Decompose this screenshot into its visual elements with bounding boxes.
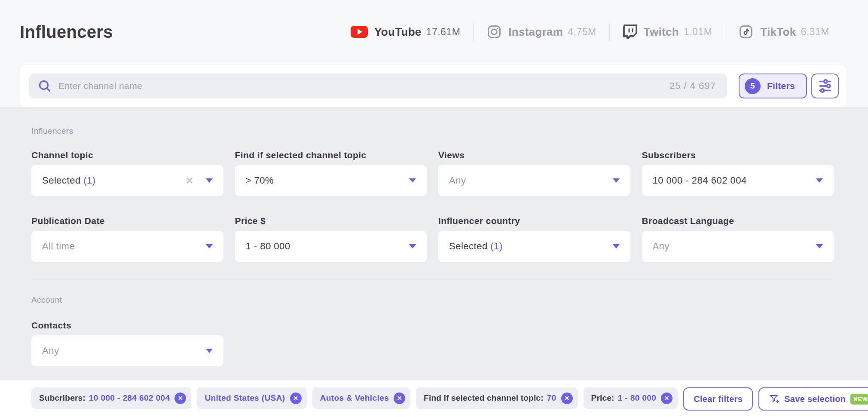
sliders-icon: [817, 78, 833, 94]
remove-filter-icon[interactable]: ✕: [561, 392, 573, 404]
search-box[interactable]: 25 / 4 697: [29, 74, 727, 98]
tab-tiktok[interactable]: TikTok 6.31M: [738, 24, 829, 40]
tiktok-icon: [738, 24, 754, 40]
divider: [473, 22, 474, 42]
chip-country: United States (USA) ✕: [197, 387, 306, 409]
influencer-country-select[interactable]: Selected (1): [438, 231, 630, 262]
chevron-down-icon: [613, 178, 620, 183]
filters-panel: Influencers Channel topic Selected (1) ✕…: [0, 107, 868, 380]
clear-filters-button[interactable]: Clear filters: [683, 387, 753, 411]
clear-icon[interactable]: ✕: [185, 176, 193, 186]
chip-price: Price: 1 - 80 000 ✕: [584, 387, 678, 409]
field-influencer-country: Influencer country Selected (1): [438, 216, 630, 262]
search-icon: [38, 79, 52, 93]
field-label: Price $: [235, 216, 427, 226]
views-select[interactable]: Any: [438, 165, 630, 196]
filters-button-label: Filters: [767, 81, 795, 91]
field-channel-topic: Channel topic Selected (1) ✕: [31, 150, 223, 196]
chip-topic: Autos & Vehicles ✕: [312, 387, 411, 409]
platform-count: 4.75M: [568, 26, 596, 38]
field-broadcast-language: Broadcast Language Any: [642, 216, 834, 262]
remove-filter-icon[interactable]: ✕: [661, 392, 672, 404]
filter-grid: Channel topic Selected (1) ✕ Find if sel…: [31, 150, 834, 262]
field-label: Find if selected channel topic: [235, 150, 427, 160]
header: Influencers YouTube 17.61M Instagram 4.7…: [20, 16, 829, 47]
section-influencers: Influencers: [31, 126, 834, 136]
platform-count: 6.31M: [801, 26, 829, 38]
chevron-down-icon: [613, 244, 620, 248]
search-card: 25 / 4 697 5 Filters: [20, 65, 847, 107]
filter-settings-button[interactable]: [811, 74, 839, 98]
contacts-select[interactable]: Any: [31, 335, 223, 366]
chip-subscribers: Subcribers: 10 000 - 284 602 004 ✕: [31, 387, 191, 409]
twitch-icon: [623, 25, 637, 39]
divider: [31, 281, 834, 281]
field-subscribers: Subscribers 10 000 - 284 602 004: [642, 150, 834, 196]
field-label: Publication Date: [31, 216, 223, 226]
field-label: Broadcast Language: [642, 216, 834, 226]
chevron-down-icon: [816, 244, 823, 248]
chevron-down-icon: [206, 244, 213, 248]
platform-name: TikTok: [760, 25, 796, 39]
save-selection-button[interactable]: Save selection NEW: [758, 387, 868, 411]
chevron-down-icon: [409, 178, 416, 183]
platform-name: Twitch: [644, 25, 679, 39]
page-title: Influencers: [20, 22, 113, 42]
remove-filter-icon[interactable]: ✕: [290, 392, 302, 404]
divider: [609, 22, 610, 42]
broadcast-language-select[interactable]: Any: [642, 231, 834, 262]
youtube-icon: [351, 26, 368, 38]
funnel-plus-icon: [769, 393, 780, 405]
field-contacts: Contacts Any: [31, 320, 223, 366]
channel-topic-select[interactable]: Selected (1) ✕: [31, 165, 223, 196]
subscribers-select[interactable]: 10 000 - 284 602 004: [642, 165, 834, 196]
search-input[interactable]: [58, 81, 669, 91]
tab-youtube[interactable]: YouTube 17.61M: [351, 25, 460, 39]
topic-percent-select[interactable]: > 70%: [235, 165, 427, 196]
platform-name: YouTube: [374, 25, 421, 39]
instagram-icon: [486, 24, 502, 40]
price-select[interactable]: 1 - 80 000: [235, 231, 427, 262]
platform-name: Instagram: [508, 25, 563, 39]
chevron-down-icon: [816, 178, 823, 183]
publication-date-select[interactable]: All time: [31, 231, 223, 262]
filters-button[interactable]: 5 Filters: [739, 74, 807, 98]
new-badge: NEW: [850, 394, 868, 405]
result-counter: 25 / 4 697: [669, 80, 716, 92]
chevron-down-icon: [206, 349, 213, 353]
platform-count: 17.61M: [426, 26, 461, 38]
divider: [725, 22, 725, 42]
account-grid: Contacts Any: [31, 320, 834, 366]
active-filters-bar: Subcribers: 10 000 - 284 602 004 ✕ Unite…: [0, 380, 868, 417]
tab-twitch[interactable]: Twitch 1.01M: [623, 25, 712, 39]
platform-count: 1.01M: [684, 26, 712, 38]
tab-instagram[interactable]: Instagram 4.75M: [486, 24, 596, 40]
field-price: Price $ 1 - 80 000: [235, 216, 427, 262]
chevron-down-icon: [409, 244, 416, 248]
field-topic-percent: Find if selected channel topic > 70%: [235, 150, 427, 196]
remove-filter-icon[interactable]: ✕: [394, 392, 405, 404]
field-views: Views Any: [438, 150, 630, 196]
platform-tabs: YouTube 17.61M Instagram 4.75M Twitc: [351, 22, 829, 42]
field-label: Subscribers: [642, 150, 834, 160]
remove-filter-icon[interactable]: ✕: [174, 392, 186, 404]
filters-count-badge: 5: [745, 78, 761, 94]
chevron-down-icon: [206, 178, 213, 183]
field-label: Views: [438, 150, 630, 160]
field-publication-date: Publication Date All time: [31, 216, 223, 262]
field-label: Influencer country: [438, 216, 630, 226]
section-account: Account: [31, 295, 834, 305]
chip-topic-percent: Find if selected channel topic: 70 ✕: [416, 387, 578, 409]
field-label: Contacts: [31, 320, 223, 331]
field-label: Channel topic: [31, 150, 223, 160]
